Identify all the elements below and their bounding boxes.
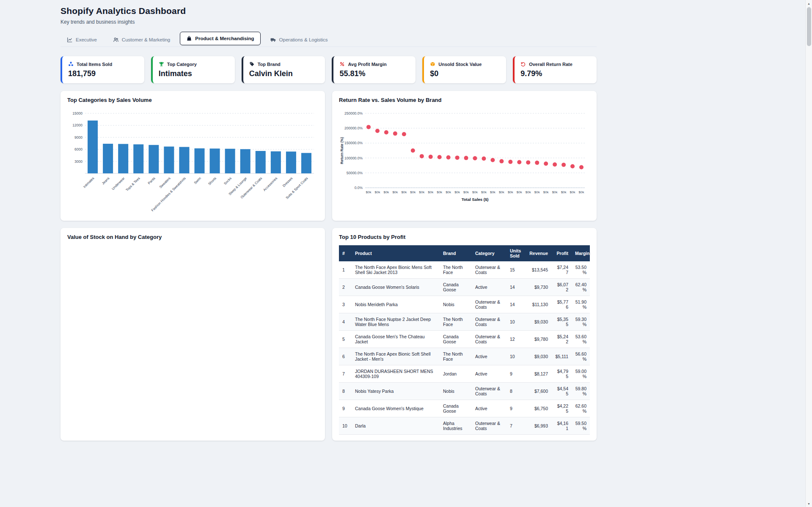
kpi-label: Overall Return Rate [529, 62, 573, 67]
column-header-brand: Brand [440, 245, 472, 261]
bar-dresses[interactable] [286, 151, 296, 173]
x-tick-label: $0k [481, 190, 487, 194]
bar-socks[interactable] [225, 149, 235, 173]
bar-fashion-hoodies-sweatshirts[interactable] [179, 147, 189, 173]
x-tick-label: $0k [508, 190, 514, 194]
cell-units-sold: 14 [506, 296, 526, 313]
y-tick-label: 6000 [74, 147, 83, 151]
scatter-point[interactable] [455, 156, 460, 160]
cell-category: Outerwear & Coats [472, 331, 506, 348]
bar-intimates[interactable] [88, 121, 98, 173]
scatter-point[interactable] [438, 155, 442, 159]
scatter-point[interactable] [384, 130, 388, 134]
tab-customer-marketing[interactable]: Customer & Marketing [107, 33, 176, 47]
kpi-card-avg-profit-margin: Avg Profit Margin55.81% [332, 56, 416, 83]
x-tick-label: Shorts [207, 176, 217, 186]
cell-revenue: $6,750 [526, 400, 551, 417]
bar-jeans[interactable] [103, 144, 113, 173]
cell-profit: $5,355 [551, 313, 572, 331]
scatter-point[interactable] [553, 162, 557, 167]
table-title-top-products: Top 10 Products by Profit [339, 234, 590, 240]
scatter-point[interactable] [517, 160, 521, 164]
scatter-point[interactable] [366, 125, 371, 129]
bar-underwear[interactable] [118, 144, 128, 173]
x-tick-label: $0k [410, 190, 416, 194]
kpi-card-top-category: Top CategoryIntimates [151, 56, 235, 83]
bar-chart-area: 3000600090001200015000IntimatesJeansUnde… [67, 107, 318, 215]
bar-suits-sport-coats[interactable] [301, 153, 311, 173]
bar-shorts[interactable] [210, 148, 220, 173]
scatter-point[interactable] [482, 156, 486, 161]
scatter-point[interactable] [402, 132, 406, 136]
scrollbar-thumb[interactable] [807, 7, 811, 46]
scrollbar-down-arrow-icon[interactable]: ▼ [806, 500, 812, 507]
kpi-label: Avg Profit Margin [348, 62, 386, 67]
cell-product: Canada Goose Women's Mystique [352, 400, 440, 417]
bar-sweaters[interactable] [164, 147, 174, 173]
x-tick-label: $0k [428, 190, 434, 194]
scatter-point[interactable] [490, 158, 495, 162]
bar-pants[interactable] [149, 145, 159, 173]
scatter-point[interactable] [473, 156, 477, 160]
table-body: 1The North Face Apex Bionic Mens Soft Sh… [339, 261, 590, 435]
bar-swim[interactable] [195, 148, 205, 173]
x-tick-label: Sweaters [159, 176, 171, 189]
cell-units-sold: 14 [506, 279, 526, 296]
cell-rank: 9 [339, 400, 352, 417]
cell-category: Outerwear & Coats [472, 313, 506, 331]
x-tick-label: $0k [454, 190, 460, 194]
scatter-point[interactable] [375, 129, 380, 133]
chart-title-return-rate: Return Rate vs. Sales Volume by Brand [339, 97, 590, 103]
scatter-point[interactable] [429, 155, 433, 159]
tab-executive[interactable]: Executive [61, 33, 103, 47]
x-axis-title: Total Sales ($) [462, 197, 489, 202]
bar-outerwear-coats[interactable] [256, 151, 266, 173]
scatter-point[interactable] [446, 155, 451, 159]
scatter-point[interactable] [411, 148, 415, 153]
tag-icon [249, 61, 255, 67]
scatter-point[interactable] [526, 160, 530, 164]
cell-category: Active [472, 400, 506, 417]
bar-tops-tees[interactable] [133, 144, 143, 173]
kpi-value: Calvin Klein [249, 69, 319, 78]
x-tick-label: $0k [401, 190, 407, 194]
scatter-point[interactable] [420, 154, 424, 158]
tab-product-merchandising[interactable]: Product & Merchandising [180, 32, 260, 45]
scatter-point[interactable] [562, 163, 566, 167]
x-tick-label: $0k [534, 190, 540, 194]
tab-operations-logistics[interactable]: Operations & Logistics [264, 33, 334, 47]
scatter-point[interactable] [464, 156, 468, 160]
bar-accessories[interactable] [271, 151, 281, 173]
y-tick-label: 250000.0% [344, 111, 363, 115]
kpi-label-row: Top Category [159, 61, 229, 67]
scatter-point[interactable] [570, 164, 575, 168]
column-header-margin: Margin [572, 245, 590, 261]
product-row: 6The North Face Apex Bionic Soft Shell J… [339, 348, 590, 365]
product-row: 7JORDAN DURASHEEN SHORT MENS 404309-109J… [339, 365, 590, 383]
scrollbar[interactable]: ▲ ▼ [805, 0, 812, 507]
product-row: 2Canada Goose Women's SolarisCanada Goos… [339, 279, 590, 296]
scatter-point[interactable] [508, 160, 512, 164]
scatter-point[interactable] [393, 132, 397, 136]
scatter-point[interactable] [544, 162, 548, 166]
return-icon [520, 61, 526, 67]
x-tick-label: $0k [543, 190, 549, 194]
kpi-value: $0 [430, 69, 500, 78]
cell-margin: 62.40% [572, 279, 590, 296]
chart-title-stock-value: Value of Stock on Hand by Category [67, 234, 318, 240]
scatter-point[interactable] [535, 161, 539, 165]
top-products-table: #ProductBrandCategoryUnits SoldRevenuePr… [339, 245, 590, 435]
cell-revenue: $9,030 [526, 348, 551, 365]
tab-label: Executive [76, 37, 97, 42]
cell-product: Nobis Yatesy Parka [352, 383, 440, 400]
bar-sleep-lounge[interactable] [240, 149, 250, 173]
scatter-point[interactable] [499, 159, 504, 163]
scrollbar-up-arrow-icon[interactable]: ▲ [806, 0, 812, 7]
cell-margin: 56.60% [572, 348, 590, 365]
x-tick-label: $0k [437, 190, 443, 194]
cell-product: Canada Goose Men's The Chateau Jacket [352, 331, 440, 348]
chart-title-top-categories: Top Categories by Sales Volume [67, 97, 318, 103]
cell-brand: Nobis [440, 383, 472, 400]
cell-units-sold: 10 [506, 348, 526, 365]
scatter-point[interactable] [579, 165, 584, 169]
